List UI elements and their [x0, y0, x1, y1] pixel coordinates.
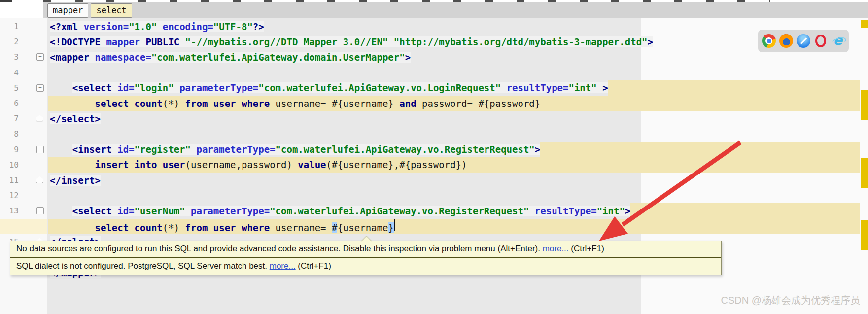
code-token: id= [117, 206, 134, 216]
code-line[interactable]: <select id="userNum" parameterType="com.… [48, 203, 860, 218]
code-token: id= [117, 144, 134, 155]
code-token: "com.waterlufei.ApiGateway.domain.UserMa… [151, 52, 405, 63]
code-token: (#{username},#{password}) [326, 159, 467, 170]
breadcrumb-bar [43, 2, 868, 19]
tab-select[interactable]: select [91, 3, 132, 18]
fold-collapse-icon[interactable]: − [36, 84, 44, 92]
fold-collapse-icon[interactable]: − [36, 53, 44, 61]
code-text: <mapper namespace="com.waterlufei.ApiGat… [50, 52, 411, 63]
fold-end-icon[interactable] [36, 115, 43, 121]
code-token: insert into user [95, 159, 185, 170]
code-token [191, 144, 196, 155]
code-line[interactable]: select count(*) from user where username… [48, 219, 860, 234]
fold-end-icon[interactable] [36, 176, 43, 183]
code-token: namespace= [95, 52, 151, 63]
sql-fragment-highlight [608, 80, 860, 96]
code-token: parameterType= [191, 206, 270, 216]
code-token: resultType= [507, 82, 569, 93]
code-line[interactable]: <mapper namespace="com.waterlufei.ApiGat… [48, 49, 860, 65]
indent [50, 221, 95, 232]
opera-icon[interactable] [814, 34, 828, 48]
line-number: 5 [0, 80, 19, 96]
code-token: "UTF-8" [213, 21, 253, 32]
more-link[interactable]: more... [543, 244, 569, 253]
error-stripe-marker[interactable] [861, 158, 868, 188]
fold-collapse-icon[interactable]: − [36, 146, 44, 153]
line-number: 9 [0, 142, 19, 157]
indent [50, 82, 72, 93]
code-token: </select> [50, 113, 101, 124]
code-line[interactable]: </select> [48, 111, 860, 126]
caret-line-gutter-highlight [0, 219, 47, 234]
internet-explorer-icon[interactable]: e [831, 34, 845, 48]
code-line[interactable]: select count(*) from user where username… [48, 96, 860, 111]
line-number: 3 [0, 49, 19, 65]
line-number: 13 [0, 203, 19, 218]
code-token: <select [72, 206, 118, 216]
code-token: <?xml [50, 21, 84, 32]
code-line[interactable]: <?xml version="1.0" encoding="UTF-8"?> [48, 19, 860, 34]
browser-preview-panel: e [758, 30, 849, 52]
tooltip-shortcut: (Ctrl+F1) [296, 261, 331, 271]
code-line[interactable]: insert into user(username,password) valu… [48, 157, 860, 173]
error-stripe-marker[interactable] [861, 220, 868, 250]
code-text: <?xml version="1.0" encoding="UTF-8"?> [50, 21, 264, 32]
code-token: "register" [135, 144, 191, 155]
line-number: 1 [0, 19, 19, 34]
code-token: "1.0" [129, 21, 157, 32]
code-token: > [625, 206, 630, 216]
line-number: 12 [0, 188, 19, 203]
more-link[interactable]: more... [270, 261, 296, 271]
code-text: </select> [50, 113, 101, 124]
code-token: <mapper [50, 52, 95, 63]
line-number: 10 [0, 157, 19, 173]
error-stripe-marker[interactable] [861, 20, 868, 28]
code-token: parameterType= [179, 82, 258, 93]
chrome-icon[interactable] [762, 34, 776, 48]
code-text: <insert id="register" parameterType="com… [72, 144, 541, 155]
line-number: 4 [0, 65, 19, 80]
error-stripe-marker[interactable] [861, 90, 868, 120]
code-token: (*) [163, 98, 185, 109]
code-token: {username [337, 222, 388, 233]
line-number: 11 [0, 173, 19, 188]
code-text: select count(*) from user where username… [95, 98, 541, 109]
code-token: select count [95, 98, 163, 109]
code-token: # [332, 222, 337, 233]
indent [50, 206, 72, 216]
line-number: 6 [0, 96, 19, 111]
code-token [185, 206, 191, 216]
fold-collapse-icon[interactable]: − [36, 207, 44, 214]
code-line[interactable]: <!DOCTYPE mapper PUBLIC "-//mybatis.org/… [48, 34, 860, 49]
code-token: } [388, 222, 393, 233]
indent [50, 98, 95, 109]
code-token: from user where [185, 222, 276, 233]
code-text: <select id="login" parameterType="com.wa… [72, 82, 608, 93]
firefox-icon[interactable] [779, 34, 793, 48]
code-line[interactable]: <insert id="register" parameterType="com… [48, 142, 860, 157]
code-token: > [648, 36, 653, 47]
code-token: resultType= [535, 206, 597, 216]
code-token: from user where [185, 98, 276, 109]
breadcrumb-tabs: mapperselect [47, 3, 132, 18]
code-token [157, 21, 162, 32]
text-caret [394, 219, 395, 231]
error-stripe-bar[interactable] [860, 18, 868, 314]
code-text: select count(*) from user where username… [95, 219, 395, 233]
code-token: username= [276, 222, 332, 233]
safari-icon[interactable] [797, 34, 810, 48]
code-line[interactable]: <select id="login" parameterType="com.wa… [48, 80, 860, 96]
code-token: mapper [106, 36, 145, 47]
sql-fragment-highlight [630, 203, 860, 218]
indent [50, 159, 95, 170]
code-text: <!DOCTYPE mapper PUBLIC "-//mybatis.org/… [50, 36, 653, 47]
code-token: parameterType= [196, 144, 275, 155]
code-token [174, 82, 179, 93]
line-number: 2 [0, 34, 19, 49]
code-token: username= #{username} [276, 98, 400, 109]
code-line[interactable]: </insert> [48, 173, 860, 188]
cropped-corner-fragment [0, 0, 12, 2]
line-number: 8 [0, 126, 19, 141]
code-text: insert into user(username,password) valu… [95, 159, 467, 170]
tab-mapper[interactable]: mapper [47, 3, 88, 18]
